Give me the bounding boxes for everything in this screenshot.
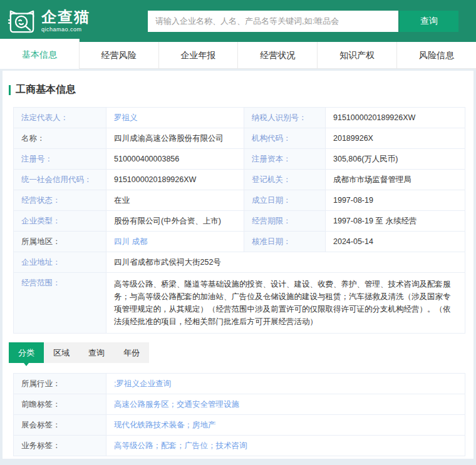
title-accent-bar [9,85,11,95]
taxpayer-id-label: 纳税人识别号： [244,108,326,128]
cat-magnifier-icon [8,8,36,34]
active-subtab-caret-icon [24,363,29,366]
exhibition-tags-link[interactable]: 现代化铁路技术装备；房地产 [114,421,216,429]
table-row: 法定代表人： 罗祖义 纳税人识别号： 9151000020189926XW [14,108,465,128]
region-link[interactable]: 四川 成都 [114,237,147,246]
registered-capital-label: 注册资本： [244,149,326,169]
approval-date-label: 核准日期： [244,232,326,252]
business-info-table: 法定代表人： 罗祖义 纳税人识别号： 9151000020189926XW 名称… [13,107,465,334]
tab-operating-risk[interactable]: 经营风险 [80,42,159,68]
subtab-query[interactable]: 查询 [79,342,114,363]
region-label: 所属地区： [14,232,106,252]
table-row: 经营范围： 高等级公路、桥梁、隧道等基础设施的投资、设计、建设、收费、养护、管理… [14,273,465,333]
main-nav: 基本信息 经营风险 企业年报 经营状况 知识产权 风险信息 [0,42,476,69]
business-tags-link[interactable]: 高等级公路；配套；广告位；技术咨询 [114,441,247,450]
foresight-tags-label: 前瞻标签： [14,394,106,414]
tab-operating-status[interactable]: 经营状况 [238,42,318,68]
table-row: 名称： 四川成渝高速公路股份有限公司 机构代码： 20189926X [14,128,465,149]
registry-authority-value: 成都市市场监督管理局 [326,170,465,190]
business-tags-label: 业务标签： [14,436,106,456]
legal-representative-link[interactable]: 罗祖义 [114,113,138,122]
company-name-label: 名称： [14,128,106,148]
industry-link[interactable]: ;罗祖义企业查询 [114,379,171,388]
page-title: 工商基本信息 [16,83,76,96]
foresight-tags-link[interactable]: 高速公路服务区；交通安全管理设施 [114,400,239,409]
registry-authority-label: 登记机关： [244,170,326,190]
org-code-label: 机构代码： [244,128,326,148]
search-input[interactable] [148,11,398,32]
subtab-year[interactable]: 年份 [114,342,149,363]
company-name-value: 四川成渝高速公路股份有限公司 [106,128,244,148]
business-status-label: 经营状态： [14,190,106,210]
logo-text: 企查猫 qichamao.com [41,9,90,33]
business-term-value: 1997-08-19 至 永续经营 [326,211,465,231]
registered-capital-value: 305,806(万人民币) [326,149,465,169]
taxpayer-id-value: 9151000020189926XW [326,108,465,128]
table-row: 业务标签： 高等级公路；配套；广告位；技术咨询 [14,436,465,456]
table-row: 前瞻标签： 高速公路服务区；交通安全管理设施 [14,394,465,415]
reg-number-label: 注册号： [14,149,106,169]
section-title: 工商基本信息 [9,83,463,96]
tab-annual-report[interactable]: 企业年报 [159,42,239,68]
org-code-value: 20189926X [326,128,465,148]
company-address-value: 四川省成都市武侯祠大街252号 [106,252,465,272]
company-address-label: 企业地址： [14,252,106,272]
table-row: 企业类型： 股份有限公司(中外合资、上市) 经营期限： 1997-08-19 至… [14,211,465,232]
filter-tabs: 分类 区域 查询 年份 [9,342,463,363]
table-row: 所属行业： ;罗祖义企业查询 [14,374,465,394]
credit-code-value: 9151000020189926XW [106,170,244,190]
table-row: 统一社会信用代码： 9151000020189926XW 登记机关： 成都市市场… [14,170,465,190]
tags-table: 所属行业： ;罗祖义企业查询 前瞻标签： 高速公路服务区；交通安全管理设施 展会… [13,373,465,456]
established-date-value: 1997-08-19 [326,190,465,210]
table-row: 经营状态： 在业 成立日期： 1997-08-19 [14,190,465,211]
legal-representative-label: 法定代表人： [14,108,106,128]
content-area: 工商基本信息 法定代表人： 罗祖义 纳税人识别号： 91510000201899… [0,69,476,465]
company-type-label: 企业类型： [14,211,106,231]
exhibition-tags-label: 展会标签： [14,415,106,435]
business-info-card: 工商基本信息 法定代表人： 罗祖义 纳税人识别号： 91510000201899… [3,71,473,459]
company-type-value: 股份有限公司(中外合资、上市) [106,211,244,231]
subtab-category[interactable]: 分类 [9,342,44,363]
subtab-region[interactable]: 区域 [44,342,79,363]
logo-domain: qichamao.com [41,27,90,33]
table-row: 企业地址： 四川省成都市武侯祠大街252号 [14,252,465,273]
logo-title: 企查猫 [41,9,90,24]
tab-risk-info[interactable]: 风险信息 [397,42,476,68]
table-row: 注册号： 510000400003856 注册资本： 305,806(万人民币) [14,149,465,170]
credit-code-label: 统一社会信用代码： [14,170,106,190]
business-term-label: 经营期限： [244,211,326,231]
business-scope-label: 经营范围： [14,273,106,333]
table-row: 所属地区： 四川 成都 核准日期： 2024-05-14 [14,232,465,252]
tab-intellectual-property[interactable]: 知识产权 [318,42,397,68]
established-date-label: 成立日期： [244,190,326,210]
table-row: 展会标签： 现代化铁路技术装备；房地产 [14,415,465,436]
header: 企查猫 qichamao.com 查询 [0,0,476,42]
business-scope-value: 高等级公路、桥梁、隧道等基础设施的投资、设计、建设、收费、养护、管理、技术咨询及… [106,273,465,333]
qichamao-logo[interactable]: 企查猫 qichamao.com [8,8,90,34]
search-bar: 查询 [148,11,458,32]
subtab-category-label: 分类 [18,348,34,357]
tab-basic-info[interactable]: 基本信息 [0,39,80,69]
approval-date-value: 2024-05-14 [326,232,465,252]
search-button[interactable]: 查询 [400,11,458,32]
industry-label: 所属行业： [14,374,106,394]
reg-number-value: 510000400003856 [106,149,244,169]
business-status-value: 在业 [106,190,244,210]
